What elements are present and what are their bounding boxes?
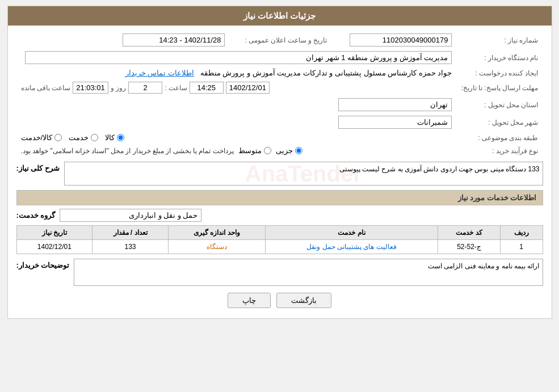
main-container: جزئیات اطلاعات نیاز شماره نیاز : 1102030… xyxy=(7,6,552,319)
button-group: بازگشت چاپ xyxy=(16,286,543,313)
cell-vahed: دستگاه xyxy=(168,240,265,254)
col-name: نام خدمت xyxy=(265,226,438,240)
table-header-row: ردیف کد خدمت نام خدمت واحد اندازه گیری ت… xyxy=(16,226,543,240)
back-button[interactable]: بازگشت xyxy=(276,293,331,308)
nooe-row: پرداخت تمام یا بخشی از مبلغ خریدار از مح… xyxy=(21,146,452,155)
shomara-box: 1102030049000179 xyxy=(350,33,452,47)
radio-kala-input[interactable] xyxy=(117,134,124,141)
shahr-value: شمیرانات xyxy=(16,113,457,131)
countdown-box: 21:03:01 xyxy=(73,82,108,94)
cell-kod: ج-52-52 xyxy=(438,240,501,254)
row-ostan: استان محل تحویل : تهران xyxy=(16,96,543,113)
table-row: 1 ج-52-52 فعالیت های پشتیبانی حمل ونقل د… xyxy=(16,240,543,254)
page-header: جزئیات اطلاعات نیاز xyxy=(8,6,552,26)
row-nam-dastgah: نام دستگاه خریدار : مدیریت آموزش و پرورش… xyxy=(16,49,543,66)
col-kod: کد خدمت xyxy=(438,226,501,240)
mohlat-roz-label: روز و xyxy=(111,84,126,92)
khedamat-section-title: اطلاعات خدمات مورد نیاز xyxy=(16,190,543,205)
tawzihaat-label: توضیحات خریدار: xyxy=(16,259,70,269)
row-shahr: شهر محل تحویل : شمیرانات xyxy=(16,113,543,131)
mohlat-label: مهلت ارسال پاسخ: تا تاریخ: xyxy=(456,79,543,96)
gorooh-box: حمل و نقل و انبارداری xyxy=(60,209,201,222)
tabaqe-value: کالا/خدمت خدمت کالا xyxy=(16,131,457,144)
khedmat-label: خدمت xyxy=(69,133,89,142)
nam-dastgah-value: مدیریت آموزش و پرورش منطقه 1 شهر تهران xyxy=(16,49,457,66)
shahr-box: شمیرانات xyxy=(338,116,452,129)
content-area: شماره نیاز : 1102030049000179 تاریخ و سا… xyxy=(8,26,552,318)
radio-khedmat-input[interactable] xyxy=(91,134,98,141)
info-table: شماره نیاز : 1102030049000179 تاریخ و سا… xyxy=(16,31,543,157)
tawzihaat-box-area: ارائه بیمه نامه و معاینه فنی الزامی است xyxy=(74,259,543,286)
table-body: 1 ج-52-52 فعالیت های پشتیبانی حمل ونقل د… xyxy=(16,240,543,254)
mohlat-time-label: ساعت : xyxy=(165,84,187,92)
col-tedad: تعداد / مقدار xyxy=(93,226,169,240)
mohlat-row: ساعت باقی مانده 21:03:01 روز و 2 ساعت : … xyxy=(21,82,452,94)
gorooh-label: گروه خدمت: xyxy=(16,211,56,220)
ijad-text: جواد حمزه کارشناس مسئول پشتیبانی و تدارک… xyxy=(200,69,452,77)
tarikh-value: 1402/11/28 - 14:23 xyxy=(16,31,230,49)
tawzihaat-box: ارائه بیمه نامه و معاینه فنی الزامی است xyxy=(74,259,543,286)
row-nooe-farayand: نوع فرآیند خرید : پرداخت تمام یا بخشی از… xyxy=(16,144,543,157)
services-table: ردیف کد خدمت نام خدمت واحد اندازه گیری ت… xyxy=(16,225,543,254)
mohlat-value: ساعت باقی مانده 21:03:01 روز و 2 ساعت : … xyxy=(16,79,457,96)
radio-motovaset[interactable]: متوسط xyxy=(238,146,271,155)
row-shomara-tarikh: شماره نیاز : 1102030049000179 تاریخ و سا… xyxy=(16,31,543,49)
nooe-value: پرداخت تمام یا بخشی از مبلغ خریدار از مح… xyxy=(16,144,457,157)
tarikh-label: تاریخ و ساعت اعلان عمومی : xyxy=(229,31,331,49)
row-ijad: ایجاد کننده درخواست : جواد حمزه کارشناس … xyxy=(16,66,543,79)
ostan-label: استان محل تحویل : xyxy=(456,96,543,113)
time-box: 14:25 xyxy=(190,82,224,94)
sharh-label: شرح کلی نیاز: xyxy=(16,162,60,172)
radio-jozii[interactable]: جزیی xyxy=(276,146,302,155)
tawzihaat-row: توضیحات خریدار: ارائه بیمه نامه و معاینه… xyxy=(16,259,543,286)
date-box: 1402/12/01 xyxy=(226,82,270,94)
row-mohlat: مهلت ارسال پاسخ: تا تاریخ: ساعت باقی مان… xyxy=(16,79,543,96)
shomara-label: شماره نیاز : xyxy=(456,31,543,49)
ijad-label: ایجاد کننده درخواست : xyxy=(456,66,543,79)
kala-label: کالا xyxy=(105,133,115,142)
ostan-box: تهران xyxy=(338,98,452,111)
mohlat-saat-label: ساعت باقی مانده xyxy=(21,84,71,92)
ijad-value: جواد حمزه کارشناس مسئول پشتیبانی و تدارک… xyxy=(16,66,457,79)
nam-dastgah-box: مدیریت آموزش و پرورش منطقه 1 شهر تهران xyxy=(25,51,452,64)
roz-box: 2 xyxy=(128,82,162,94)
gorooh-row: گروه خدمت: حمل و نقل و انبارداری xyxy=(16,209,543,222)
sharh-text: 133 دستگاه مینی بوس جهت اردوی دانش آموزی… xyxy=(339,165,540,173)
sharh-row: شرح کلی نیاز: 133 دستگاه مینی بوس جهت ار… xyxy=(16,162,543,186)
col-tarikh: تاریخ نیاز xyxy=(16,226,93,240)
row-tabaqe: طبقه بندی موضوعی : کالا/خدمت خدمت کالا xyxy=(16,131,543,144)
tawzihaat-text: ارائه بیمه نامه و معاینه فنی الزامی است xyxy=(428,262,539,270)
cell-name: فعالیت های پشتیبانی حمل ونقل xyxy=(265,240,438,254)
tabaqe-radio-group: کالا/خدمت خدمت کالا xyxy=(21,133,452,142)
radio-kala-khedmat-input[interactable] xyxy=(54,134,62,141)
radio-motovaset-input[interactable] xyxy=(264,147,271,154)
nooe-label: نوع فرآیند خرید : xyxy=(456,144,543,157)
tabaqe-label: طبقه بندی موضوعی : xyxy=(456,131,543,144)
table-header: ردیف کد خدمت نام خدمت واحد اندازه گیری ت… xyxy=(16,226,543,240)
header-title: جزئیات اطلاعات نیاز xyxy=(243,11,316,20)
ostan-value: تهران xyxy=(16,96,457,113)
sharh-box: 133 دستگاه مینی بوس جهت اردوی دانش آموزی… xyxy=(64,162,543,186)
print-button[interactable]: چاپ xyxy=(228,293,271,308)
tarikh-box: 1402/11/28 - 14:23 xyxy=(123,33,225,47)
shomara-value: 1102030049000179 xyxy=(331,31,456,49)
cell-tedad: 133 xyxy=(93,240,169,254)
shahr-label: شهر محل تحویل : xyxy=(456,113,543,131)
radio-kala-khedmat[interactable]: کالا/خدمت xyxy=(21,133,62,142)
cell-radif: 1 xyxy=(500,240,543,254)
cell-tarikh: 1402/12/01 xyxy=(16,240,93,254)
ijad-link[interactable]: اطلاعات تماس خریدار xyxy=(125,69,194,77)
jozii-label: جزیی xyxy=(276,146,293,155)
radio-khedmat[interactable]: خدمت xyxy=(69,133,98,142)
nam-dastgah-label: نام دستگاه خریدار : xyxy=(456,49,543,66)
col-vahed: واحد اندازه گیری xyxy=(168,226,265,240)
radio-jozii-input[interactable] xyxy=(295,147,302,154)
radio-kala[interactable]: کالا xyxy=(105,133,124,142)
nooe-desc-text: پرداخت تمام یا بخشی از مبلغ خریدار از مح… xyxy=(21,147,234,155)
col-radif: ردیف xyxy=(500,226,543,240)
motovaset-label: متوسط xyxy=(238,146,262,155)
kala-khedmat-label: کالا/خدمت xyxy=(21,133,53,142)
sharh-value-area: 133 دستگاه مینی بوس جهت اردوی دانش آموزی… xyxy=(64,162,543,186)
